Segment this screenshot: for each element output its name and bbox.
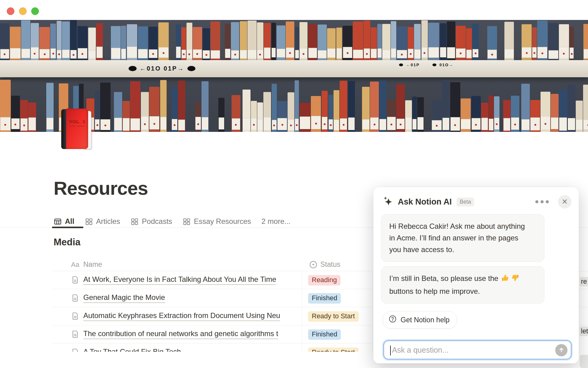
clipped-cell-fragment: let [580,327,588,336]
shelf-dot-icon [399,63,403,66]
section-title: Media [54,237,81,248]
bookshelf-top-row [0,20,588,60]
status-badge[interactable]: Ready to Start [308,347,359,352]
tab-essay-resources[interactable]: Essay Resources [183,217,251,226]
close-panel-button[interactable] [558,195,571,209]
ask-question-input[interactable] [384,346,571,355]
row-title-link[interactable]: Automatic Keyphrases Extraction from Doc… [83,311,280,321]
table-row[interactable]: The contribution of neural networks and … [52,325,372,343]
active-tab-underline [52,227,83,228]
page-doc-icon [71,330,79,339]
table-row[interactable]: General Magic the Movie Finished [52,289,372,307]
help-question-icon [388,315,397,325]
clipped-cell-fragment: re [580,277,588,286]
tab-label: 2 more... [262,217,291,226]
clipped-element-fragment [580,355,588,368]
shelf-call-number-label: ←01P [399,63,420,67]
ai-panel-header: Ask Notion AI Beta [373,187,579,209]
status-badge[interactable]: Ready to Start [308,311,359,322]
tab-podcasts[interactable]: Podcasts [130,217,172,226]
select-property-icon [309,260,318,271]
gallery-view-icon [130,217,139,226]
tab-label: Podcasts [142,217,172,226]
ai-message: Hi Rebecca Cakir! Ask me about anything … [381,214,545,262]
row-title-link[interactable]: At Work, Everyone Is in Fact Talking Abo… [83,275,276,285]
notion-window: ←01O 01P→ ←01P 01O→ VOL. 1 by John Apple… [0,0,588,368]
row-divider-fragment [578,325,588,325]
page-doc-icon [71,276,79,285]
close-window-button[interactable] [7,7,14,15]
page-title: Resources [54,177,148,199]
tab-label: Essay Resources [194,217,251,226]
get-notion-help-button[interactable]: Get Notion help [383,311,457,329]
ask-notion-ai-panel: Ask Notion AI Beta Hi Rebecca Cakir! Ask… [373,187,579,363]
shelf-board: ←01O 01P→ ←01P 01O→ [0,60,588,77]
status-badge[interactable]: Finished [308,329,341,340]
shelf-call-number-label: 01O→ [432,63,454,67]
tab-label: Articles [96,217,120,226]
shelf-dot-icon [432,63,436,66]
ai-panel-title: Ask Notion AI [398,197,452,207]
tab-all[interactable]: All [54,217,74,226]
shelf-dot-icon [187,66,195,71]
media-table: Aa Name Status At Work, Everyone Is in F… [52,259,372,352]
page-doc-icon [71,294,79,303]
close-icon [561,197,569,206]
page-icon-closed-book-emoji[interactable]: VOL. 1 by John Appleseed [58,109,93,150]
row-divider-fragment [578,289,588,289]
arrow-up-icon [558,346,565,355]
row-divider-fragment [578,307,588,307]
table-view-icon [54,217,62,226]
thumbs-down-icon [511,274,519,286]
page-doc-icon [71,312,79,321]
view-tabs: All Articles Podcasts [54,215,291,228]
book-cover: VOL. 1 by John Appleseed [66,109,88,149]
gallery-view-icon [183,217,191,226]
status-badge[interactable]: Reading [308,275,341,286]
table-row[interactable]: At Work, Everyone Is in Fact Talking Abo… [52,271,372,289]
shelf-dot-icon [129,66,137,71]
help-button-label: Get Notion help [401,316,450,324]
ask-question-field[interactable] [383,340,571,359]
column-header-status[interactable]: Status [320,260,340,269]
table-row[interactable]: A Toy That Could Fix Big Tech Ready to S… [52,343,372,352]
tab-articles[interactable]: Articles [85,217,120,226]
more-options-button[interactable] [532,197,552,206]
table-row[interactable]: Automatic Keyphrases Extraction from Doc… [52,307,372,325]
shelf-call-number-label: ←01O 01P→ [129,65,195,72]
row-title-link[interactable]: The contribution of neural networks and … [83,329,278,339]
title-property-icon: Aa [71,261,79,269]
row-divider-fragment [578,271,588,271]
text-caret [390,346,391,355]
status-badge[interactable]: Finished [308,293,341,304]
table-header-row: Aa Name Status [52,259,372,271]
page-doc-icon [71,348,79,352]
gallery-view-icon [85,217,93,226]
row-title-link[interactable]: General Magic the Movie [83,293,165,303]
tab-label: All [65,217,74,226]
minimize-window-button[interactable] [19,7,27,15]
send-question-button[interactable] [555,344,567,356]
tab-more-views[interactable]: 2 more... [262,217,291,226]
thumbs-up-icon [501,274,510,286]
row-title-link[interactable]: A Toy That Could Fix Big Tech [83,347,181,352]
window-controls [7,7,39,15]
zoom-window-button[interactable] [31,7,39,15]
ai-message: I’m still in Beta, so please use the but… [381,266,545,304]
beta-badge: Beta [457,197,474,206]
sparkle-ai-icon [383,196,394,208]
column-header-name[interactable]: Name [83,260,102,269]
